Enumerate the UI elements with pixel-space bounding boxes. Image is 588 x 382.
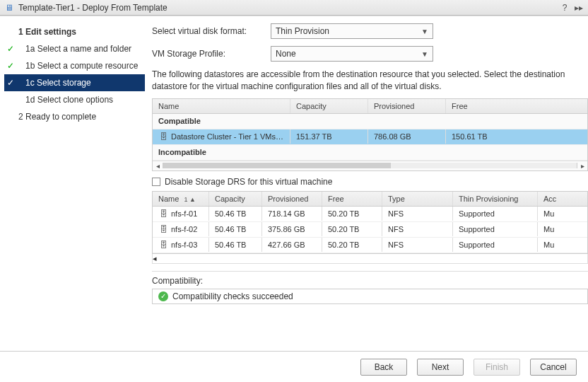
body: 1 Edit settings✓1a Select a name and fol… [0, 16, 588, 351]
host-row[interactable]: 🗄nfs-f-0350.46 TB427.66 GB50.20 TBNFSSup… [153, 238, 587, 253]
wizard-step[interactable]: ✓1b Select a compute resource [4, 57, 145, 74]
wizard-step[interactable]: ✓1a Select a name and folder [4, 40, 145, 57]
storage-profile-value: None [276, 49, 296, 59]
next-button[interactable]: Next [417, 359, 464, 376]
compatibility-label: Compatibility: [152, 271, 588, 286]
cancel-button[interactable]: Cancel [530, 359, 577, 376]
check-icon: ✓ [4, 44, 17, 54]
compatibility-status: ✓ Compatibility checks succeeded [152, 289, 588, 304]
wizard-step-label: 1 Edit settings [17, 27, 142, 37]
datastore-hscroll[interactable]: ◂ ▸ [153, 161, 587, 170]
datastore-icon: 🗄 [158, 209, 168, 218]
scroll-left-icon[interactable]: ◂ [153, 162, 163, 170]
datastore-table: Name Capacity Provisioned Free Compatibl… [152, 98, 588, 171]
col-provisioned[interactable]: Provisioned [368, 99, 446, 113]
datastore-cluster-icon: 🗄 [158, 132, 168, 141]
col-name[interactable]: Name [153, 99, 290, 113]
wizard-step[interactable]: 2 Ready to complete [4, 108, 145, 125]
scroll-right-icon[interactable]: ▸ [577, 162, 587, 170]
wizard-step-label: 1a Select a name and folder [17, 44, 142, 54]
host-table-body: 🗄nfs-f-0150.46 TB718.14 GB50.20 TBNFSSup… [153, 207, 587, 253]
datastore-icon: 🗄 [158, 241, 168, 249]
datastore-row[interactable]: 🗄Datastore Cluster - Tier 1 VMs and VMDK… [153, 129, 587, 145]
scroll-track[interactable] [163, 163, 577, 168]
destination-description: The following datastores are accessible … [152, 69, 588, 93]
col2-name[interactable]: Name 1 ▲ [153, 192, 209, 206]
wizard-step[interactable]: ✓1c Select storage [4, 74, 145, 91]
col2-type[interactable]: Type [382, 192, 453, 206]
storage-profile-label: VM Storage Profile: [152, 49, 265, 59]
titlebar-controls: ? ▸▸ [560, 3, 584, 13]
group-row: Incompatible [153, 145, 587, 161]
disk-format-value: Thin Provision [276, 26, 329, 36]
datastore-table-header: Name Capacity Provisioned Free [153, 99, 587, 114]
chevron-down-icon: ▼ [421, 50, 428, 58]
vm-template-icon: 🖥 [4, 3, 14, 13]
success-icon: ✓ [158, 291, 168, 301]
storage-profile-row: VM Storage Profile: None ▼ [152, 46, 588, 62]
host-datastore-table: Name 1 ▲ Capacity Provisioned Free Type … [152, 191, 588, 254]
wizard-step[interactable]: 1d Select clone options [4, 91, 145, 108]
disk-format-row: Select virtual disk format: Thin Provisi… [152, 23, 588, 39]
back-button[interactable]: Back [360, 359, 407, 376]
group-row: Compatible [153, 114, 587, 129]
window-title: Template-Tier1 - Deploy From Template [18, 3, 555, 13]
scroll-thumb[interactable] [163, 163, 391, 168]
datastore-icon: 🗄 [158, 225, 168, 233]
help-icon[interactable]: ? [560, 3, 570, 13]
col2-thin[interactable]: Thin Provisioning [453, 192, 538, 206]
check-icon: ✓ [4, 61, 17, 71]
disable-drs-checkbox[interactable] [152, 178, 160, 186]
check-icon: ✓ [4, 78, 17, 88]
chevron-down-icon: ▼ [421, 28, 428, 35]
disable-drs-label: Disable Storage DRS for this virtual mac… [165, 177, 332, 187]
storage-profile-select[interactable]: None ▼ [271, 46, 433, 62]
titlebar: 🖥 Template-Tier1 - Deploy From Template … [0, 0, 588, 16]
scroll-left-icon[interactable]: ◂ [153, 254, 157, 263]
snap-icon[interactable]: ▸▸ [574, 3, 584, 13]
col-free[interactable]: Free [446, 99, 573, 113]
col2-capacity[interactable]: Capacity [209, 192, 262, 206]
content-pane: Select virtual disk format: Thin Provisi… [145, 16, 588, 351]
disk-format-select[interactable]: Thin Provision ▼ [271, 23, 433, 39]
col2-provisioned[interactable]: Provisioned [262, 192, 322, 206]
disable-drs-row[interactable]: Disable Storage DRS for this virtual mac… [152, 177, 588, 187]
footer: Back Next Finish Cancel [0, 351, 588, 382]
host-hscroll[interactable]: ◂ [152, 254, 588, 264]
col2-free[interactable]: Free [322, 192, 382, 206]
datastore-table-body: Compatible🗄Datastore Cluster - Tier 1 VM… [153, 114, 587, 161]
col-capacity[interactable]: Capacity [290, 99, 368, 113]
wizard-step-label: 2 Ready to complete [17, 112, 142, 122]
wizard-step-label: 1c Select storage [17, 78, 142, 88]
host-table-header: Name 1 ▲ Capacity Provisioned Free Type … [153, 192, 587, 207]
wizard-step-label: 1d Select clone options [17, 95, 142, 105]
compatibility-text: Compatibility checks succeeded [172, 291, 293, 301]
wizard-steps: 1 Edit settings✓1a Select a name and fol… [0, 16, 145, 351]
host-row[interactable]: 🗄nfs-f-0150.46 TB718.14 GB50.20 TBNFSSup… [153, 207, 587, 222]
disk-format-label: Select virtual disk format: [152, 26, 265, 36]
wizard-step-label: 1b Select a compute resource [17, 61, 142, 71]
deploy-wizard-window: 🖥 Template-Tier1 - Deploy From Template … [0, 0, 588, 382]
sort-indicator: 1 ▲ [184, 196, 195, 203]
wizard-step[interactable]: 1 Edit settings [4, 23, 145, 40]
host-row[interactable]: 🗄nfs-f-0250.46 TB375.86 GB50.20 TBNFSSup… [153, 222, 587, 238]
col2-acc[interactable]: Acc [538, 192, 566, 206]
finish-button: Finish [474, 359, 520, 376]
